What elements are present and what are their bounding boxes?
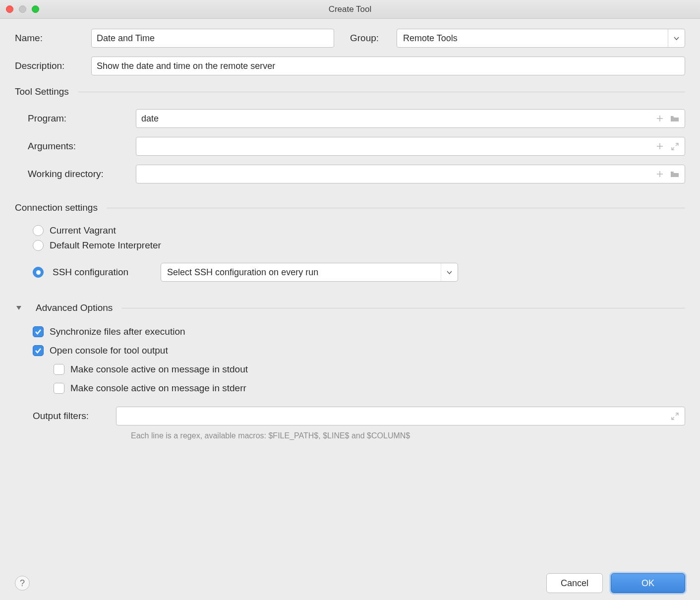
window-close-button[interactable]	[6, 5, 13, 13]
output-filters-input[interactable]	[116, 407, 685, 425]
group-label: Group:	[350, 33, 390, 44]
output-filters-hint: Each line is a regex, available macros: …	[131, 431, 685, 440]
checkbox-sync-files-label: Synchronize files after execution	[50, 326, 185, 337]
description-label: Description:	[15, 60, 84, 71]
name-input[interactable]	[91, 29, 334, 48]
output-filters-label: Output filters:	[33, 411, 107, 421]
arguments-input[interactable]	[136, 137, 655, 155]
plus-icon[interactable]	[655, 141, 665, 151]
radio-current-vagrant[interactable]	[33, 225, 44, 236]
description-input[interactable]	[91, 57, 685, 75]
ok-button[interactable]: OK	[611, 573, 685, 593]
disclosure-triangle-icon[interactable]	[15, 304, 23, 312]
program-label: Program:	[28, 113, 136, 124]
window-minimize-button[interactable]	[19, 5, 26, 13]
arguments-label: Arguments:	[28, 141, 136, 152]
checkbox-stdout-label: Make console active on message in stdout	[70, 364, 248, 375]
group-dropdown-value: Remote Tools	[397, 33, 668, 44]
expand-icon[interactable]	[670, 141, 680, 151]
radio-current-vagrant-label: Current Vagrant	[50, 225, 116, 236]
working-directory-label: Working directory:	[28, 169, 136, 180]
radio-ssh-configuration-label: SSH configuration	[53, 267, 152, 278]
help-button[interactable]: ?	[15, 576, 30, 591]
group-dropdown[interactable]: Remote Tools	[397, 29, 685, 48]
divider	[78, 92, 685, 92]
plus-icon[interactable]	[655, 114, 665, 123]
radio-default-remote-label: Default Remote Interpreter	[50, 240, 161, 251]
cancel-button[interactable]: Cancel	[546, 573, 603, 593]
ssh-configuration-dropdown[interactable]: Select SSH configuration on every run	[161, 263, 458, 282]
folder-icon[interactable]	[670, 169, 680, 179]
checkbox-stderr[interactable]	[54, 383, 64, 394]
program-input[interactable]	[136, 110, 655, 127]
chevron-down-icon	[668, 29, 685, 47]
radio-ssh-configuration[interactable]	[33, 267, 44, 278]
plus-icon[interactable]	[655, 169, 665, 179]
checkbox-open-console-label: Open console for tool output	[50, 345, 168, 356]
divider	[121, 308, 685, 308]
name-label: Name:	[15, 33, 84, 44]
advanced-options-heading: Advanced Options	[36, 302, 113, 313]
checkbox-open-console[interactable]	[33, 345, 44, 356]
window-zoom-button[interactable]	[32, 5, 39, 13]
divider	[107, 208, 685, 208]
radio-default-remote[interactable]	[33, 240, 44, 251]
folder-icon[interactable]	[670, 114, 680, 123]
checkbox-stdout[interactable]	[54, 364, 64, 375]
ssh-configuration-value: Select SSH configuration on every run	[167, 267, 436, 278]
tool-settings-heading: Tool Settings	[15, 86, 69, 97]
connection-settings-heading: Connection settings	[15, 202, 98, 213]
checkbox-sync-files[interactable]	[33, 326, 44, 337]
title-bar: Create Tool	[0, 0, 700, 19]
working-directory-input[interactable]	[136, 165, 655, 183]
expand-icon[interactable]	[670, 411, 680, 421]
checkbox-stderr-label: Make console active on message in stderr	[70, 383, 246, 394]
window-title: Create Tool	[329, 4, 372, 14]
chevron-down-icon	[441, 263, 458, 281]
ok-button-label: OK	[642, 578, 654, 589]
cancel-button-label: Cancel	[561, 578, 588, 589]
